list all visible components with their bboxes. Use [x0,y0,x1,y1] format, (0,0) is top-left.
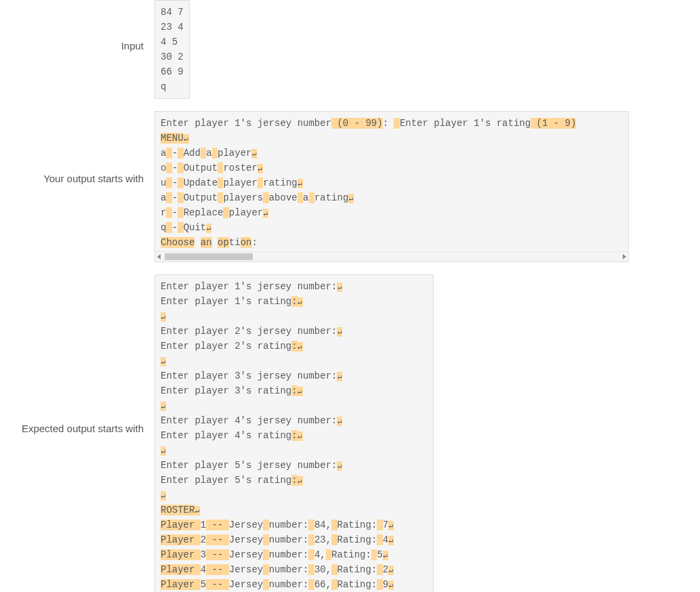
diff-highlight [166,163,171,173]
text: Enter player 4's rating [161,430,291,441]
newline-icon: ↵ [161,446,166,456]
your-output-text: Enter player 1's jersey number (0 - 99):… [155,112,628,251]
newline-icon: ↵ [337,372,342,381]
newline-icon: ↵ [388,580,394,590]
text: ti [229,237,241,248]
diff-highlight [178,207,183,218]
text: Jersey [229,534,263,545]
text: - [172,207,178,218]
text: : [383,118,394,129]
text [194,237,200,248]
text: Rating: [331,549,371,560]
text: Output [184,163,218,173]
newline-icon: ↵ [297,179,303,188]
diff-highlight [377,579,382,590]
diff-highlight: : [291,385,297,396]
diff-highlight [178,177,183,188]
input-row: Input 84 7 23 4 4 5 30 2 66 9 q [19,0,681,99]
text: Jersey [229,549,263,560]
diff-highlight: Player [161,520,201,530]
text: Enter player 5's jersey number: [161,460,337,471]
text: 66, [314,579,331,590]
text [212,237,218,248]
text: Enter player 1's jersey number: [161,281,337,292]
newline-icon: ↵ [263,209,268,218]
diff-highlight: (0 - 99) [331,118,383,129]
newline-icon: ↵ [388,521,394,530]
text: Enter player 2's rating [161,341,291,352]
diff-highlight [166,222,171,233]
input-line: q [161,81,166,92]
diff-highlight [263,192,268,203]
diff-highlight: -- [206,564,229,575]
expected-output-label: Expected output starts with [19,274,155,436]
newline-icon: ↵ [297,297,303,307]
text: 4 [383,534,388,545]
diff-highlight [377,520,382,530]
text: number: [269,564,309,575]
input-code: 84 7 23 4 4 5 30 2 66 9 q [155,0,190,99]
text: 2 [383,564,388,575]
diff-highlight: Player [161,534,201,545]
diff-highlight [223,207,228,218]
diff-highlight: Player [161,564,201,575]
diff-highlight [263,520,268,530]
expected-output-row: Expected output starts with Enter player… [19,274,681,592]
diff-highlight: : [291,341,297,352]
text: 4, [314,549,326,560]
input-line: 66 9 [161,66,184,77]
diff-highlight [377,564,382,575]
expected-output-content: Enter player 1's jersey number:↵ Enter p… [155,274,681,592]
text: players [223,192,263,203]
diff-highlight [166,148,171,158]
text: Rating: [337,520,377,530]
text: Enter player 3's jersey number: [161,371,337,381]
diff-highlight: on [241,237,252,248]
input-line: 84 7 [161,7,184,18]
text: player [218,148,251,158]
diff-highlight [166,207,171,218]
text: Rating: [337,564,377,575]
text: - [172,148,178,158]
scrollbar-thumb[interactable] [165,253,253,260]
text: Quit [184,222,207,233]
diff-highlight: ROSTER [161,505,194,515]
diff-highlight [178,148,183,158]
diff-highlight: an [201,237,212,248]
diff-highlight: MENU [161,133,184,144]
newline-icon: ↵ [161,491,166,501]
diff-highlight: Player [161,549,201,560]
diff-highlight [263,549,268,560]
text: number: [269,549,309,560]
newline-icon: ↵ [297,342,303,352]
your-output-row: Your output starts with Enter player 1's… [19,111,681,262]
diff-highlight [331,520,337,530]
diff-highlight [377,534,382,545]
newline-icon: ↵ [348,194,354,203]
diff-highlight [331,579,337,590]
diff-highlight [263,534,268,545]
text: Enter player 5's rating [161,475,291,486]
text: 3 [201,549,206,560]
diff-highlight [166,192,171,203]
text: Enter player 1's rating [161,296,291,307]
text: player [229,207,263,218]
text: 1 [201,520,206,530]
text: Jersey [229,579,263,590]
input-line: 23 4 [161,22,184,33]
text: 7 [383,520,388,530]
text: 30, [314,564,331,575]
text: a [206,148,211,158]
newline-icon: ↵ [383,551,388,560]
text: roster [223,163,257,173]
diff-highlight [331,534,337,545]
text: Jersey [229,520,263,530]
text: Enter player 1's jersey number [161,118,331,129]
diff-highlight [178,163,183,173]
newline-icon: ↵ [297,476,303,486]
text: player [223,177,257,188]
newline-icon: ↵ [337,327,342,337]
text: number: [269,579,309,590]
horizontal-scrollbar[interactable] [155,251,628,261]
diff-highlight [308,549,314,560]
